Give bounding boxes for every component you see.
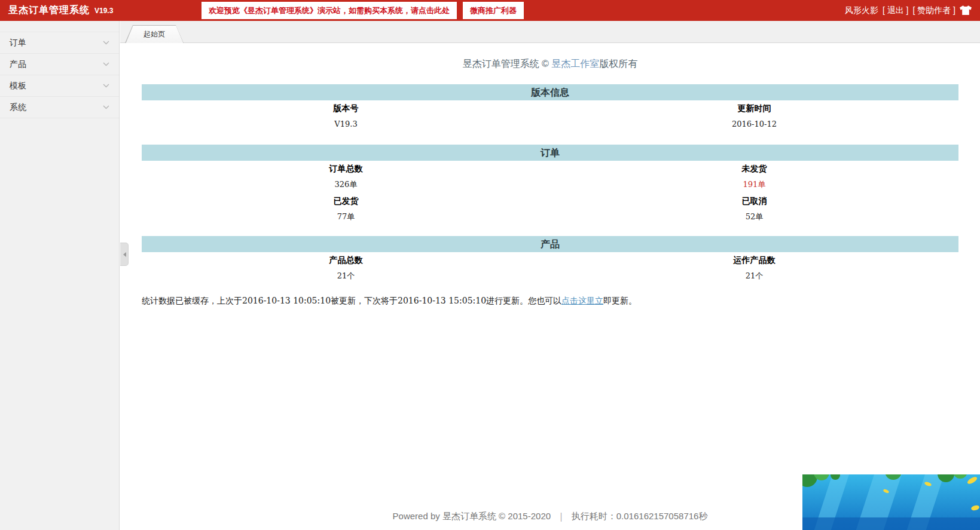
logout-button[interactable]: [ 退出 ] xyxy=(883,5,909,16)
header-notices: 欢迎预览《昱杰订单管理系统》演示站，如需购买本系统，请点击此处 微商推广利器 xyxy=(202,2,524,19)
section-header-orders: 订单 xyxy=(142,145,958,161)
tab-start-page-label: 起始页 xyxy=(126,26,183,43)
cache-status-note: 统计数据已被缓存，上次于2016-10-13 10:05:10被更新，下次将于2… xyxy=(142,294,958,307)
corner-ad-image[interactable] xyxy=(802,474,980,530)
sidebar-item-orders[interactable]: 订单 xyxy=(0,32,119,54)
sponsor-button[interactable]: [ 赞助作者 ] xyxy=(912,5,955,16)
stats-row: 版本号 V19.3 更新时间 2016-10-12 xyxy=(142,100,958,133)
stats-row: 订单总数 326单 未发货 191单 xyxy=(142,161,958,193)
chevron-down-icon xyxy=(103,41,109,45)
stat-label: 更新时间 xyxy=(550,100,958,116)
tab-start-page[interactable]: 起始页 xyxy=(125,25,184,43)
stat-label: 已发货 xyxy=(142,193,550,209)
demo-notice-link[interactable]: 欢迎预览《昱杰订单管理系统》演示站，如需购买本系统，请点击此处 xyxy=(202,2,457,19)
section-header-version: 版本信息 xyxy=(142,84,958,100)
app-title: 昱杰订单管理系统 xyxy=(8,4,90,17)
sidebar-item-label: 系统 xyxy=(10,102,26,113)
chevron-down-icon xyxy=(103,62,109,66)
stat-total-products: 产品总数 21个 xyxy=(142,252,550,284)
stats-row: 产品总数 21个 运作产品数 21个 xyxy=(142,252,958,284)
chevron-down-icon xyxy=(103,105,109,109)
footer-powered: Powered by 昱杰订单系统 © 2015-2020 xyxy=(393,511,551,521)
sidebar-item-system[interactable]: 系统 xyxy=(0,97,119,118)
stat-value: 52单 xyxy=(550,209,958,225)
username-link[interactable]: 风形火影 xyxy=(845,5,878,16)
sidebar-item-templates[interactable]: 模板 xyxy=(0,75,119,97)
stat-value-highlight: 191单 xyxy=(550,176,958,193)
stat-shipped-orders: 已发货 77单 xyxy=(142,193,550,225)
sidebar-item-products[interactable]: 产品 xyxy=(0,54,119,75)
stat-label: 版本号 xyxy=(142,100,550,116)
stat-update-time: 更新时间 2016-10-12 xyxy=(550,100,958,133)
page-title: 昱杰订单管理系统 © 昱杰工作室版权所有 xyxy=(142,55,958,73)
app-version: V19.3 xyxy=(94,7,113,15)
header-user-area: 风形火影 [ 退出 ] [ 赞助作者 ] xyxy=(845,0,972,21)
stat-value: 21个 xyxy=(142,268,550,284)
sidebar-item-label: 模板 xyxy=(10,81,26,91)
stat-operating-products: 运作产品数 21个 xyxy=(550,252,958,284)
footer-exec-time: 执行耗时：0.016162157058716秒 xyxy=(572,511,708,521)
stat-value: 21个 xyxy=(550,268,958,284)
stat-value: 77单 xyxy=(142,209,550,225)
page-title-suffix: 版权所有 xyxy=(599,59,637,69)
sidebar-item-label: 产品 xyxy=(10,59,26,70)
footer-separator: ｜ xyxy=(557,511,566,521)
stat-cancelled-orders: 已取消 52单 xyxy=(550,193,958,225)
stat-label: 未发货 xyxy=(550,161,958,176)
collapse-left-arrow-icon xyxy=(121,252,126,257)
tab-strip: 起始页 xyxy=(120,21,980,43)
stat-version-number: 版本号 V19.3 xyxy=(142,100,550,133)
stat-unshipped-orders: 未发货 191单 xyxy=(550,161,958,193)
content: 昱杰订单管理系统 © 昱杰工作室版权所有 版本信息 版本号 V19.3 更新时间… xyxy=(120,43,980,530)
sidebar-item-label: 订单 xyxy=(10,38,26,48)
promo-badge-link[interactable]: 微商推广利器 xyxy=(463,2,524,19)
stat-value: V19.3 xyxy=(142,116,550,133)
stat-value: 2016-10-12 xyxy=(550,116,958,133)
sidebar: 订单 产品 模板 系统 xyxy=(0,21,120,530)
cache-note-text: 统计数据已被缓存，上次于2016-10-13 10:05:10被更新，下次将于2… xyxy=(142,296,561,305)
chevron-down-icon xyxy=(103,84,109,88)
stat-total-orders: 订单总数 326单 xyxy=(142,161,550,193)
tshirt-icon[interactable] xyxy=(960,5,972,16)
refresh-now-link[interactable]: 点击这里立 xyxy=(561,296,603,305)
section-header-products: 产品 xyxy=(142,236,958,252)
sidebar-collapse-handle[interactable] xyxy=(120,243,129,266)
page-title-prefix: 昱杰订单管理系统 © xyxy=(463,59,552,69)
stat-label: 运作产品数 xyxy=(550,252,958,268)
stat-label: 订单总数 xyxy=(142,161,550,176)
studio-link[interactable]: 昱杰工作室 xyxy=(551,59,599,69)
stats-row: 已发货 77单 已取消 52单 xyxy=(142,193,958,225)
stat-value: 326单 xyxy=(142,176,550,193)
app-header: 昱杰订单管理系统 V19.3 欢迎预览《昱杰订单管理系统》演示站，如需购买本系统… xyxy=(0,0,980,21)
stat-label: 已取消 xyxy=(550,193,958,209)
main-area: 起始页 昱杰订单管理系统 © 昱杰工作室版权所有 版本信息 版本号 V19.3 … xyxy=(120,21,980,530)
cache-note-text: 即更新。 xyxy=(603,296,637,305)
stat-label: 产品总数 xyxy=(142,252,550,268)
